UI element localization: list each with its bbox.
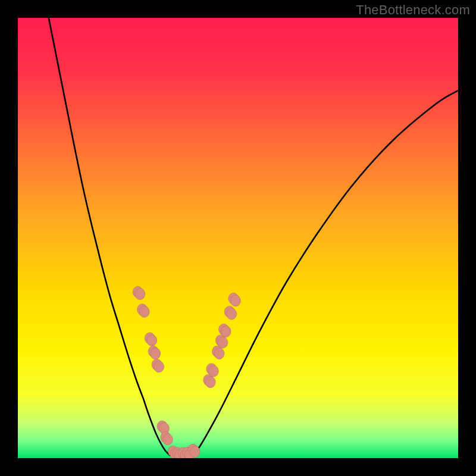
marker-dot [135,289,145,300]
marker-dot [147,334,157,346]
chart-frame: TheBottleneck.com [0,0,476,476]
marker-dot [221,326,231,337]
marker-dot [205,377,215,388]
marker-dot [218,337,228,348]
marker-dot [208,365,218,377]
marker-dot [139,306,149,317]
watermark-text: TheBottleneck.com [356,2,470,18]
marker-dot [162,434,173,445]
marker-dot [227,308,237,320]
chart-svg [18,18,458,458]
marker-dot [190,446,200,458]
marker-dot [214,348,224,359]
marker-dot [154,361,164,372]
marker-group [133,286,240,458]
marker-dot [230,295,240,306]
bottleneck-curve [49,18,458,458]
marker-dot [151,348,161,359]
plot-area [18,18,458,458]
